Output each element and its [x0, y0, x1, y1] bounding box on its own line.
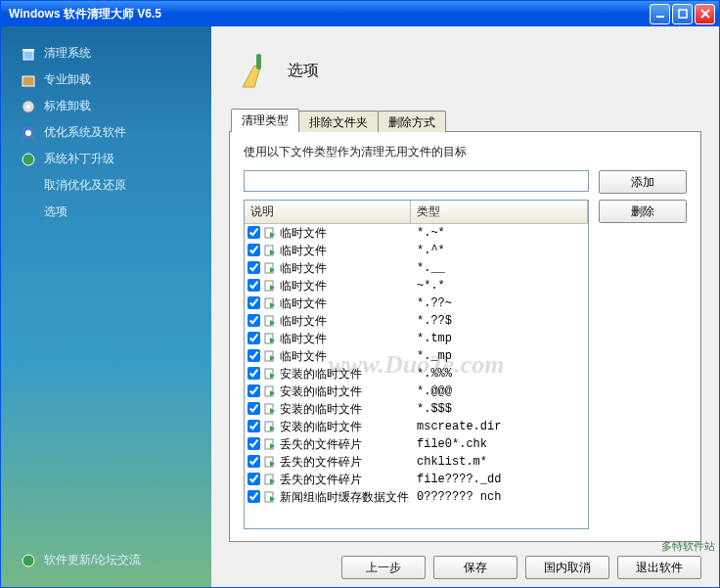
list-item[interactable]: 安装的临时文件*.$$$ [245, 400, 588, 418]
list-item[interactable]: 临时文件~*.* [245, 277, 588, 294]
column-type[interactable]: 类型 [411, 201, 588, 223]
row-checkbox[interactable] [248, 349, 260, 362]
row-checkbox[interactable] [248, 261, 260, 274]
row-checkbox[interactable] [248, 490, 260, 503]
list-item[interactable]: 丢失的文件碎片file????._dd [245, 471, 588, 488]
sidebar-item-update[interactable]: 软件更新/论坛交流 [19, 547, 194, 573]
sidebar-item-optimize[interactable]: 优化系统及软件 [19, 119, 194, 146]
sidebar-item-clean[interactable]: 清理系统 [19, 40, 194, 67]
svg-point-8 [26, 105, 30, 109]
row-checkbox[interactable] [248, 420, 260, 432]
list-item[interactable]: 丢失的文件碎片file0*.chk [245, 435, 588, 453]
file-icon [263, 332, 277, 345]
row-checkbox[interactable] [248, 367, 260, 380]
row-desc: 安装的临时文件 [280, 365, 362, 383]
row-type: *._mp [411, 347, 588, 365]
svg-point-11 [22, 154, 34, 165]
row-checkbox[interactable] [248, 455, 260, 468]
row-checkbox[interactable] [248, 244, 260, 256]
row-type: chklist.m* [411, 453, 588, 471]
list-item[interactable]: 临时文件*.??$ [245, 312, 588, 330]
corner-badge: 多特软件站 [661, 540, 715, 552]
maximize-button[interactable] [672, 4, 693, 24]
list-item[interactable]: 临时文件*._mp [245, 347, 588, 365]
tab-delete-method[interactable]: 删除方式 [378, 111, 446, 132]
row-checkbox[interactable] [248, 279, 260, 292]
file-icon [263, 367, 277, 381]
row-type: ~*.* [411, 277, 588, 294]
list-item[interactable]: 丢失的文件碎片chklist.m* [245, 453, 588, 471]
row-desc: 临时文件 [280, 330, 327, 347]
row-desc: 临时文件 [280, 242, 327, 259]
svg-rect-5 [22, 49, 34, 51]
list-item[interactable]: 临时文件*.tmp [245, 330, 588, 347]
row-desc: 安装的临时文件 [280, 383, 362, 400]
row-checkbox[interactable] [248, 296, 260, 309]
save-button[interactable]: 保存 [433, 556, 518, 579]
minimize-button[interactable] [650, 4, 670, 24]
list-item[interactable]: 临时文件*.__ [245, 259, 588, 277]
row-desc: 安装的临时文件 [280, 418, 362, 435]
trash-icon [21, 46, 36, 62]
sidebar-item-restore[interactable]: 取消优化及还原 [19, 172, 194, 199]
list-item[interactable]: 安装的临时文件*.@@@ [245, 383, 588, 400]
row-checkbox[interactable] [248, 314, 260, 327]
footer-buttons: 上一步 保存 国内取消 退出软件 [229, 550, 701, 579]
list-item[interactable]: 临时文件*.??~ [245, 294, 588, 312]
list-item[interactable]: 临时文件*.~* [245, 224, 588, 242]
row-checkbox[interactable] [248, 473, 260, 485]
file-icon [263, 226, 277, 240]
filetype-input[interactable] [244, 170, 589, 192]
file-icon [263, 455, 277, 469]
list-item[interactable]: 新闻组临时缓存数据文件0??????? nch [245, 488, 588, 506]
tab-clean-types[interactable]: 清理类型 [231, 109, 299, 132]
row-desc: 临时文件 [280, 347, 327, 365]
sidebar-item-patches[interactable]: 系统补丁升级 [19, 146, 194, 172]
cancel-button[interactable]: 国内取消 [525, 556, 609, 579]
sidebar: 清理系统 专业卸载 标准卸载 优化系统及软件 系统补丁升级 取消优化及还原 [1, 26, 211, 587]
exit-button[interactable]: 退出软件 [617, 556, 701, 579]
sidebar-item-label: 标准卸载 [44, 98, 91, 114]
sidebar-item-options[interactable]: 选项 [19, 199, 194, 225]
tab-panel: 使用以下文件类型作为清理无用文件的目标 添加 www.DuoTe.com 说明 … [229, 131, 701, 542]
sidebar-item-std-uninstall[interactable]: 标准卸载 [19, 93, 194, 119]
row-type: mscreate.dir [411, 418, 588, 435]
list-item[interactable]: 临时文件*.^* [245, 242, 588, 259]
prev-button[interactable]: 上一步 [341, 556, 426, 579]
add-button[interactable]: 添加 [599, 170, 687, 194]
tab-strip: 清理类型 排除文件夹 删除方式 [231, 109, 701, 132]
row-checkbox[interactable] [248, 437, 260, 450]
file-icon [263, 420, 277, 433]
row-desc: 丢失的文件碎片 [280, 453, 362, 471]
sidebar-item-label: 专业卸载 [44, 71, 91, 88]
list-item[interactable]: 安装的临时文件*.%%% [245, 365, 588, 383]
remove-button[interactable]: 删除 [599, 200, 687, 223]
column-desc[interactable]: 说明 [245, 201, 411, 223]
file-icon [263, 490, 277, 504]
row-type: file0*.chk [411, 435, 588, 453]
filetype-list[interactable]: www.DuoTe.com 说明 类型 临时文件*.~*临时文件*.^*临时文件… [244, 200, 589, 529]
row-checkbox[interactable] [248, 384, 260, 397]
row-checkbox[interactable] [248, 402, 260, 415]
package-icon [21, 72, 36, 88]
svg-rect-6 [22, 76, 34, 86]
titlebar[interactable]: Windows 软件清理大师 V6.5 [1, 1, 719, 26]
svg-rect-4 [23, 51, 33, 60]
row-checkbox[interactable] [248, 226, 260, 239]
row-desc: 丢失的文件碎片 [280, 435, 362, 453]
sidebar-item-label: 取消优化及还原 [44, 177, 126, 194]
sidebar-item-pro-uninstall[interactable]: 专业卸载 [19, 67, 194, 93]
row-type: *.@@@ [411, 383, 588, 400]
list-item[interactable]: 安装的临时文件mscreate.dir [245, 418, 588, 435]
tab-exclude-folders[interactable]: 排除文件夹 [298, 111, 379, 132]
svg-point-10 [25, 130, 31, 136]
svg-rect-1 [679, 10, 687, 18]
row-checkbox[interactable] [248, 332, 260, 344]
row-desc: 临时文件 [280, 294, 327, 312]
file-icon [263, 296, 277, 310]
close-button[interactable] [695, 4, 715, 24]
file-icon [263, 437, 277, 451]
row-desc: 临时文件 [280, 224, 327, 242]
svg-rect-14 [256, 54, 261, 69]
file-icon [263, 402, 277, 416]
